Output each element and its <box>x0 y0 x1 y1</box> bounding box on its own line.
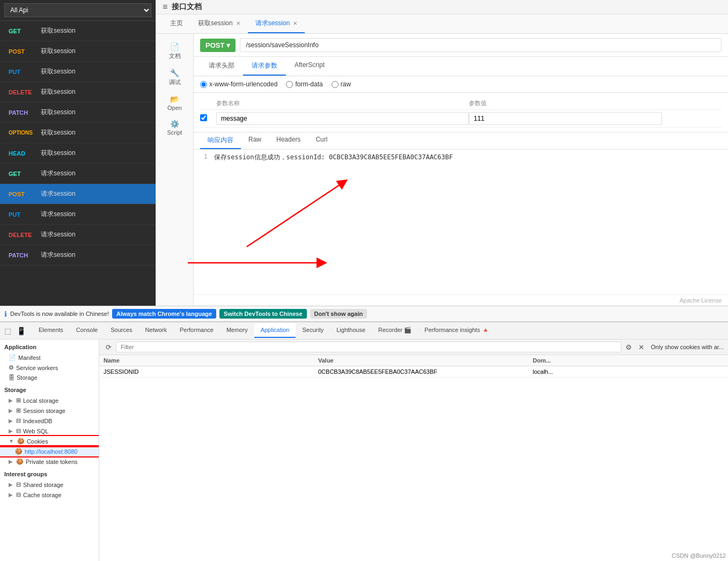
side-nav-item[interactable]: 🔧调试 <box>156 64 193 91</box>
response-line: 1 保存session信息成功，sessionId: 0CBCB3A39C8AB… <box>194 152 728 163</box>
api-item-name: 获取session <box>41 26 76 35</box>
method-badge: PATCH <box>9 109 41 116</box>
private-state-icon: 🍪 <box>16 458 24 465</box>
api-list-item[interactable]: HEAD获取session <box>0 143 156 164</box>
api-list-item[interactable]: PUT获取session <box>0 62 156 82</box>
api-list-item[interactable]: DELETE请求session <box>0 225 156 245</box>
cookies-item[interactable]: ▼ 🍪 Cookies <box>0 436 99 446</box>
api-selector-dropdown[interactable]: All Api <box>4 3 151 17</box>
private-state-label: Private state tokens <box>26 459 78 465</box>
cache-storage-item[interactable]: ▶ ⊟ Cache storage <box>0 490 99 500</box>
devtools-tab-item[interactable]: Recorder 🎬 <box>372 323 418 338</box>
devtools-tab-item[interactable]: Sources <box>104 323 138 338</box>
indexeddb-icon: ⊟ <box>16 417 21 424</box>
request-tab[interactable]: 请求参数 <box>243 57 286 76</box>
method-badge: HEAD <box>9 150 41 157</box>
devtools-tab-item[interactable]: Lighthouse <box>330 323 372 338</box>
api-list-item[interactable]: POST获取session <box>0 41 156 62</box>
dt-filter-input[interactable] <box>116 342 621 352</box>
tab-item[interactable]: 主页 <box>163 14 190 33</box>
api-list-item[interactable]: OPTIONS获取session <box>0 123 156 143</box>
devtools-tab-item[interactable]: Memory <box>220 323 254 338</box>
body-type-radio-input[interactable] <box>286 81 293 88</box>
body-type-radio-input[interactable] <box>332 81 339 88</box>
storage-item[interactable]: 🗄 Storage <box>0 373 99 382</box>
service-workers-item[interactable]: ⚙ Service workers <box>0 363 99 373</box>
api-list-item[interactable]: GET请求session <box>0 164 156 184</box>
param-value-input[interactable] <box>469 112 662 125</box>
param-row <box>200 110 722 128</box>
web-sql-item[interactable]: ▶ ⊟ Web SQL <box>0 426 99 436</box>
inspect-icon[interactable]: ⬚ <box>2 326 13 336</box>
body-type-bar: x-www-form-urlencodedform-dataraw <box>194 76 728 93</box>
private-state-item[interactable]: ▶ 🍪 Private state tokens <box>0 456 99 467</box>
method-badge: OPTIONS <box>9 130 41 136</box>
url-input[interactable] <box>240 38 722 52</box>
clear-button[interactable]: ✕ <box>636 342 646 352</box>
request-tab[interactable]: 请求头部 <box>200 57 243 76</box>
method-select[interactable]: POST ▾ <box>200 39 236 52</box>
top-bar: ≡ 接口文档 <box>156 0 728 14</box>
localhost-cookie-icon: 🍪 <box>15 448 23 455</box>
manifest-item[interactable]: 📄 Manifest <box>0 352 99 363</box>
filter-options-button[interactable]: ⚙ <box>623 342 634 352</box>
shared-storage-item[interactable]: ▶ ⊟ Shared storage <box>0 479 99 490</box>
tab-item[interactable]: 请求session✕ <box>248 14 305 33</box>
api-item-name: 获取session <box>41 67 76 76</box>
side-nav-item[interactable]: 📂Open <box>156 91 193 115</box>
side-nav-item[interactable]: ⚙️Script <box>156 115 193 140</box>
cache-storage-icon: ⊟ <box>16 491 21 498</box>
web-sql-icon: ⊟ <box>16 427 21 434</box>
dt-table-row[interactable]: JSESSIONID 0CBCB3A39C8AB5EE5FEBA0C37AAC6… <box>99 366 728 378</box>
tab-label: 主页 <box>170 19 183 28</box>
web-sql-label: Web SQL <box>23 428 49 434</box>
body-type-radio[interactable]: x-www-form-urlencoded <box>200 80 277 88</box>
response-tab[interactable]: Headers <box>269 132 308 149</box>
devtools-tab-item[interactable]: Application <box>254 323 296 338</box>
tab-close-icon[interactable]: ✕ <box>236 20 240 26</box>
param-checkbox[interactable] <box>200 114 207 121</box>
session-storage-item[interactable]: ▶ ⊞ Session storage <box>0 405 99 416</box>
main-content: POST ▾ 请求头部请求参数AfterScript x-www-form-ur… <box>194 34 728 306</box>
body-type-radio[interactable]: form-data <box>286 80 322 88</box>
body-type-radio[interactable]: raw <box>332 80 351 88</box>
devtools-body: Application 📄 Manifest ⚙ Service workers… <box>0 339 728 561</box>
side-nav-item[interactable]: 📄文档 <box>156 38 193 64</box>
dont-show-button[interactable]: Don't show again <box>310 309 367 319</box>
devtools-tab-item[interactable]: Elements <box>32 323 70 338</box>
body-type-radio-input[interactable] <box>200 81 207 88</box>
devtools-tab-item[interactable]: Console <box>70 323 104 338</box>
param-name-input[interactable] <box>216 112 469 125</box>
tab-item[interactable]: 获取session✕ <box>190 14 248 33</box>
response-tab[interactable]: 响应内容 <box>200 132 241 149</box>
switch-chinese-button[interactable]: Switch DevTools to Chinese <box>219 309 307 319</box>
response-tab[interactable]: Raw <box>241 132 269 149</box>
devtools-tab-item[interactable]: Network <box>139 323 173 338</box>
devtools-tab-item[interactable]: Performance insights 🔺 <box>418 323 495 338</box>
api-list-item[interactable]: PATCH请求session <box>0 245 156 265</box>
localhost-cookie-item[interactable]: 🍪 http://localhost:8080 <box>0 446 99 456</box>
devtools-right-panel: ⟳ ⚙ ✕ Only show cookies with ar... Name … <box>99 339 728 561</box>
devtools-tab-list: ElementsConsoleSourcesNetworkPerformance… <box>32 323 496 338</box>
refresh-button[interactable]: ⟳ <box>104 342 114 352</box>
api-list-item[interactable]: PATCH获取session <box>0 102 156 123</box>
request-tab[interactable]: AfterScript <box>286 57 333 76</box>
api-list-item[interactable]: DELETE获取session <box>0 82 156 102</box>
response-tab[interactable]: Curl <box>308 132 335 149</box>
always-match-button[interactable]: Always match Chrome's language <box>112 309 216 319</box>
api-list-item[interactable]: POST请求session <box>0 184 156 204</box>
tab-close-icon[interactable]: ✕ <box>293 20 297 26</box>
apache-license: Apache License <box>194 294 728 306</box>
devtools-left-panel: Application 📄 Manifest ⚙ Service workers… <box>0 339 99 561</box>
device-icon[interactable]: 📱 <box>14 326 28 336</box>
local-storage-item[interactable]: ▶ ⊞ Local storage <box>0 395 99 405</box>
devtools-tab-item[interactable]: Performance <box>173 323 220 338</box>
session-storage-label: Session storage <box>23 408 65 414</box>
side-nav: 📄文档🔧调试📂Open⚙️Script <box>156 34 194 306</box>
api-selector[interactable]: All Api <box>0 0 156 21</box>
api-list-item[interactable]: GET获取session <box>0 21 156 41</box>
api-item-name: 请求session <box>41 210 76 219</box>
indexeddb-item[interactable]: ▶ ⊟ IndexedDB <box>0 416 99 426</box>
api-list-item[interactable]: PUT请求session <box>0 204 156 225</box>
devtools-tab-item[interactable]: Security <box>296 323 330 338</box>
